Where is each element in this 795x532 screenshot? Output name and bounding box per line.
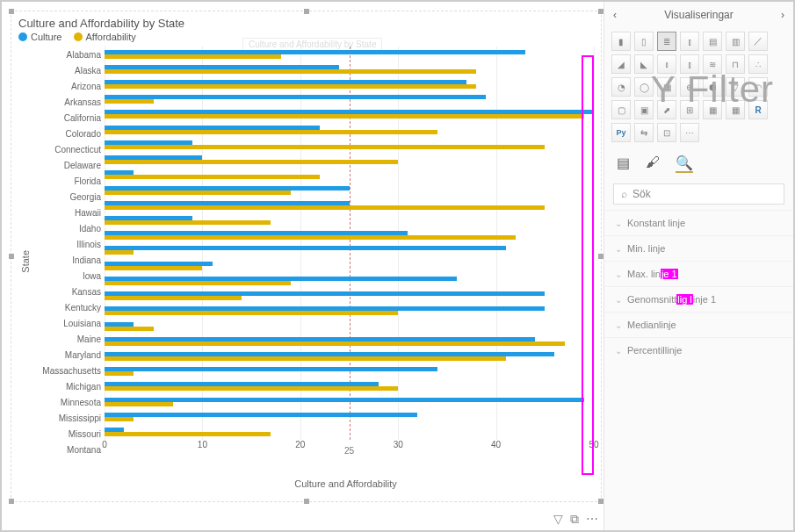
viz-clustered-bar-icon[interactable]: ≣ — [657, 32, 676, 51]
bar-affordability[interactable] — [105, 235, 516, 240]
viz-matrix-icon[interactable]: ▦ — [726, 100, 745, 119]
bar-affordability[interactable] — [105, 99, 154, 104]
reference-label: 25 — [344, 446, 354, 456]
viz-map-icon[interactable]: ⊕ — [680, 77, 699, 97]
accordion-constant-line[interactable]: ⌄Konstant linje — [604, 210, 793, 235]
resize-handle[interactable] — [304, 499, 309, 504]
bar-row — [105, 198, 594, 212]
viz-waterfall-icon[interactable]: ⊓ — [726, 54, 745, 74]
gridline — [594, 47, 595, 440]
bar-affordability[interactable] — [105, 54, 281, 59]
viz-line-icon[interactable]: ／ — [748, 32, 768, 51]
resize-handle[interactable] — [9, 9, 14, 14]
visual-options: ▽ ⧉ ⋯ — [553, 512, 598, 527]
bar-affordability[interactable] — [105, 432, 271, 436]
bar-affordability[interactable] — [105, 266, 202, 270]
bar-affordability[interactable] — [105, 402, 173, 406]
bar-affordability[interactable] — [105, 296, 242, 300]
viz-table-icon[interactable]: ▦ — [703, 100, 722, 119]
viz-stacked-column-icon[interactable]: ▯ — [634, 32, 654, 51]
chevron-left-icon[interactable]: ‹ — [613, 9, 617, 21]
bar-affordability[interactable] — [105, 145, 545, 149]
chevron-right-icon[interactable]: › — [781, 9, 784, 21]
bar-row — [105, 168, 594, 183]
viz-funnel-icon[interactable]: ▽ — [726, 77, 745, 97]
y-tick-label: Kansas — [33, 287, 101, 297]
bar-affordability[interactable] — [105, 191, 291, 195]
bar-affordability[interactable] — [105, 175, 320, 179]
viz-card-icon[interactable]: ▢ — [611, 100, 631, 119]
resize-handle[interactable] — [304, 9, 309, 14]
focus-icon[interactable]: ⧉ — [570, 512, 579, 527]
y-tick-label: Maryland — [33, 350, 101, 360]
bar-affordability[interactable] — [105, 371, 134, 376]
bar-affordability[interactable] — [105, 417, 134, 421]
bar-affordability[interactable] — [105, 130, 437, 134]
viz-key-influencers-icon[interactable]: ⇆ — [634, 123, 654, 142]
legend-item-affordability[interactable]: Affordability — [74, 32, 136, 42]
bar-culture[interactable] — [105, 95, 486, 99]
analytics-tab-icon[interactable]: 🔍 — [676, 155, 693, 173]
viz-ribbon-icon[interactable]: ≋ — [703, 54, 722, 74]
viz-multi-card-icon[interactable]: ▣ — [634, 100, 654, 119]
viz-r-icon[interactable]: R — [748, 100, 768, 119]
filter-icon[interactable]: ▽ — [553, 512, 563, 527]
viz-gauge-icon[interactable]: ◠ — [748, 77, 768, 97]
bar-affordability[interactable] — [105, 69, 476, 74]
bar-culture[interactable] — [105, 413, 417, 417]
accordion-label: Percentillinje — [627, 345, 682, 356]
legend-item-culture[interactable]: Culture — [18, 32, 61, 42]
bar-culture[interactable] — [105, 246, 506, 250]
bar-culture[interactable] — [105, 367, 437, 371]
bar-culture[interactable] — [105, 398, 584, 402]
accordion-min-line[interactable]: ⌄Min. linje — [604, 235, 793, 261]
accordion-max-line[interactable]: ⌄Max. linje 1 — [604, 261, 793, 286]
bar-affordability[interactable] — [105, 160, 398, 164]
accordion-percentile-line[interactable]: ⌄Percentillinje — [604, 337, 793, 363]
viz-stacked-bar-icon[interactable]: ▮ — [611, 32, 631, 51]
accordion-median-line[interactable]: ⌄Medianlinje — [604, 312, 793, 337]
viz-100-bar-icon[interactable]: ▤ — [703, 32, 722, 51]
search-input[interactable]: ⌕ Sök — [613, 183, 784, 205]
viz-clustered-column-icon[interactable]: ⫿ — [680, 32, 699, 51]
visual-container[interactable]: Culture and Affordability by State Cultu… — [11, 11, 602, 502]
bar-affordability[interactable] — [105, 386, 398, 391]
bar-affordability[interactable] — [105, 114, 584, 119]
bar-affordability[interactable] — [105, 250, 134, 255]
bar-affordability[interactable] — [105, 341, 565, 346]
bar-affordability[interactable] — [105, 311, 398, 315]
viz-stacked-area-icon[interactable]: ◣ — [634, 54, 654, 74]
viz-qa-icon[interactable]: ⊡ — [657, 123, 676, 142]
viz-pie-icon[interactable]: ◔ — [611, 77, 631, 97]
viz-treemap-icon[interactable]: ▦ — [657, 77, 676, 97]
viz-combo-icon[interactable]: ⫾ — [657, 54, 676, 74]
format-tab-icon[interactable]: 🖌 — [646, 155, 660, 173]
accordion-average-line[interactable]: ⌄Genomsnittlig linje 1 — [604, 286, 793, 312]
bar-row — [105, 379, 594, 394]
viz-100-column-icon[interactable]: ▥ — [726, 32, 745, 51]
viz-donut-icon[interactable]: ◯ — [634, 77, 654, 97]
viz-filled-map-icon[interactable]: ⬢ — [703, 77, 722, 97]
viz-scatter-icon[interactable]: ∴ — [748, 54, 768, 74]
viz-py-icon[interactable]: Py — [611, 123, 631, 142]
bar-affordability[interactable] — [105, 356, 506, 361]
bar-affordability[interactable] — [105, 205, 545, 210]
viz-area-icon[interactable]: ◢ — [611, 54, 631, 74]
viz-combo2-icon[interactable]: ⫿ — [680, 54, 699, 74]
bar-row — [105, 243, 594, 258]
bar-affordability[interactable] — [105, 327, 154, 331]
y-tick-label: California — [33, 113, 101, 123]
y-tick-label: Florida — [33, 176, 101, 186]
bar-row — [105, 92, 594, 107]
bar-affordability[interactable] — [105, 281, 291, 285]
resize-handle[interactable] — [9, 499, 14, 504]
viz-more-icon[interactable]: ⋯ — [680, 123, 699, 142]
bar-affordability[interactable] — [105, 84, 476, 89]
fields-tab-icon[interactable]: ▤ — [617, 155, 630, 173]
viz-slicer-icon[interactable]: ⊞ — [680, 100, 699, 119]
bar-affordability[interactable] — [105, 220, 271, 225]
more-icon[interactable]: ⋯ — [586, 512, 598, 527]
y-tick-label: Mississippi — [33, 413, 101, 423]
viz-kpi-icon[interactable]: ⬈ — [657, 100, 676, 119]
y-tick-label: Minnesota — [33, 398, 101, 407]
